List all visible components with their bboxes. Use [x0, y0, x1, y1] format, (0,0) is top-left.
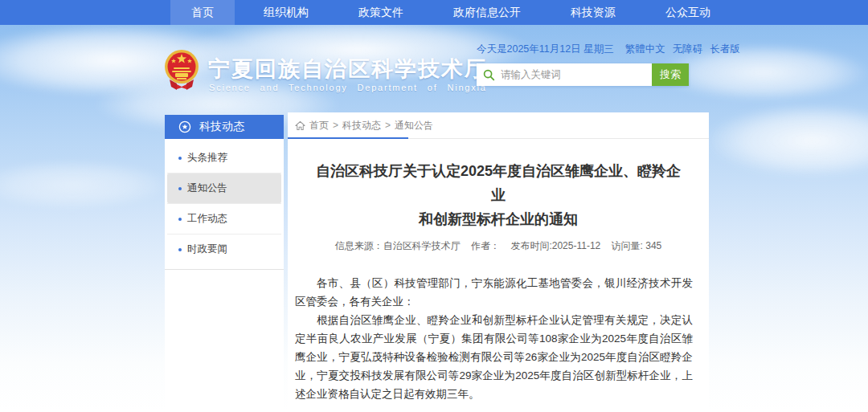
content-panel: 首页 > 科技动态 > 通知公告 自治区科技厅关于认定2025年度自治区雏鹰企业… — [288, 112, 709, 412]
sidebar-header: 科技动态 — [165, 115, 284, 139]
nav-item-public-interaction[interactable]: 公众互动 — [645, 0, 731, 25]
meta-publish-time: 发布时间:2025-11-12 — [510, 240, 600, 251]
article-meta: 信息来源：自治区科学技术厅 作者： 发布时间:2025-11-12 访问量: 3… — [288, 239, 709, 253]
meta-view-count: 访问量: 345 — [612, 240, 662, 251]
sidebar: 科技动态 头条推荐 通知公告 工作动态 时政要闻 — [165, 115, 284, 412]
sidebar-item-label: 工作动态 — [187, 212, 227, 226]
site-subtitle-english: Science and Technology Department of Nin… — [209, 83, 487, 92]
header-utilities: 今天是2025年11月12日 星期三 繁體中文 无障碍 长者版 搜索 — [477, 43, 710, 86]
nav-item-policy-documents[interactable]: 政策文件 — [338, 0, 424, 25]
site-title: 宁夏回族自治区科学技术厅 — [208, 55, 488, 84]
home-icon — [295, 120, 305, 131]
breadcrumb: 首页 > 科技动态 > 通知公告 — [288, 112, 709, 139]
breadcrumb-separator: > — [385, 120, 391, 131]
article-title-line1: 自治区科技厅关于认定2025年度自治区雏鹰企业、瞪羚企业 — [312, 159, 685, 207]
article-paragraph: 根据自治区雏鹰企业、瞪羚企业和创新型标杆企业认定管理有关规定，决定认定半亩良人农… — [295, 311, 693, 403]
sidebar-item-label: 头条推荐 — [187, 151, 227, 165]
star-circle-icon — [178, 120, 191, 133]
bullet-dot-icon — [178, 248, 182, 251]
cloud-decoration — [0, 161, 169, 209]
sidebar-item-label: 通知公告 — [187, 182, 227, 195]
article-paragraph: 各市、县（区）科技管理部门，宁东能源化工基地管委会，银川经济技术开发区管委会，各… — [295, 274, 693, 311]
search-input[interactable] — [495, 63, 652, 86]
breadcrumb-sci-tech-news[interactable]: 科技动态 — [342, 119, 381, 133]
search-button[interactable]: 搜索 — [652, 63, 689, 86]
national-emblem-icon — [163, 49, 200, 91]
site-header: 宁夏回族自治区科学技术厅 Science and Technology Depa… — [0, 25, 868, 115]
breadcrumb-separator: > — [333, 120, 338, 131]
sidebar-item-current-affairs[interactable]: 时政要闻 — [165, 235, 284, 264]
sidebar-item-notices[interactable]: 通知公告 — [167, 173, 281, 203]
sidebar-item-work-updates[interactable]: 工作动态 — [165, 204, 284, 234]
breadcrumb-notices[interactable]: 通知公告 — [395, 119, 433, 133]
bullet-dot-icon — [178, 157, 182, 160]
meta-author: 作者： — [471, 240, 500, 251]
nav-item-gov-info-disclosure[interactable]: 政府信息公开 — [432, 0, 542, 25]
sidebar-item-label: 时政要闻 — [187, 243, 227, 256]
nav-item-home[interactable]: 首页 — [170, 0, 235, 25]
national-emblem-logo[interactable] — [163, 49, 200, 91]
meta-source: 信息来源：自治区科学技术厅 — [335, 240, 461, 251]
nav-item-organization[interactable]: 组织机构 — [243, 0, 330, 25]
search-bar: 搜索 — [477, 63, 689, 86]
current-date: 今天是2025年11月12日 星期三 — [477, 43, 614, 56]
link-accessibility[interactable]: 无障碍 — [673, 43, 703, 56]
article-title-line2: 和创新型标杆企业的通知 — [312, 207, 685, 231]
bullet-dot-icon — [178, 218, 182, 221]
sidebar-menu: 头条推荐 通知公告 工作动态 时政要闻 — [165, 139, 284, 270]
nav-item-sci-tech-resources[interactable]: 科技资源 — [550, 0, 637, 25]
top-navigation-bar: 首页 组织机构 政策文件 政府信息公开 科技资源 公众互动 — [0, 0, 868, 25]
bullet-dot-icon — [178, 187, 182, 190]
cloud-decoration — [707, 104, 868, 177]
sidebar-item-headline-recommend[interactable]: 头条推荐 — [165, 143, 284, 173]
link-traditional-chinese[interactable]: 繁體中文 — [625, 43, 665, 56]
article-title: 自治区科技厅关于认定2025年度自治区雏鹰企业、瞪羚企业 和创新型标杆企业的通知 — [312, 159, 685, 231]
article-body: 各市、县（区）科技管理部门，宁东能源化工基地管委会，银川经济技术开发区管委会，各… — [295, 274, 693, 403]
search-icon — [483, 69, 495, 81]
breadcrumb-home[interactable]: 首页 — [309, 119, 329, 133]
sidebar-title: 科技动态 — [199, 120, 244, 134]
link-elderly-version[interactable]: 长者版 — [710, 43, 740, 56]
